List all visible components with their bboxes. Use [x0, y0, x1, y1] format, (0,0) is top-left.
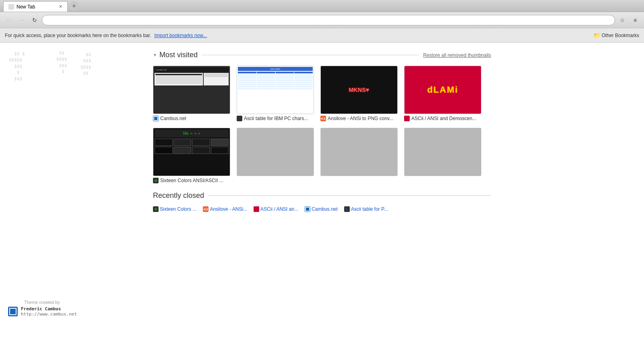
thumb-label-ascii2: ASCii / ANSI and Demoscen...: [404, 116, 481, 121]
tab-strip: New Tab ✕ +: [3, 0, 79, 12]
recent-link-ascii-table[interactable]: 👁 Ascii table for P...: [344, 206, 388, 212]
ansilove-preview: MKNS♥: [321, 66, 397, 114]
thumbnail-item-empty-2[interactable]: [320, 128, 398, 183]
c-line: [155, 77, 202, 78]
ascii-table: [238, 72, 313, 89]
ascii2-art: dLAMi: [427, 85, 458, 95]
tab-close-button[interactable]: ✕: [59, 4, 62, 9]
favicon-recent-ansilove: K3: [203, 206, 208, 212]
recent-link-16colors[interactable]: 16 Sixteen Colors ...: [153, 206, 196, 212]
cambus-preview: Cambus.net: [153, 66, 230, 114]
cambus-body: [155, 73, 229, 85]
attribution-text: Frederic Cambus http://www.cambus.net: [21, 306, 77, 317]
favicon-ansilove: K3: [320, 116, 326, 121]
recent-link-label-cambus: Cambus.net: [312, 206, 338, 212]
thumb-title-ansilove: Ansilove - ANSi to PNG conv...: [328, 116, 393, 121]
other-bookmarks-label: Other Bookmarks: [602, 33, 639, 38]
cs-line: [204, 74, 228, 75]
theme-created-text: Theme created by: [24, 300, 60, 305]
favicon-recent-cambus: [305, 206, 310, 212]
author-url: http://www.cambus.net: [21, 311, 77, 317]
active-tab[interactable]: New Tab ✕: [3, 1, 68, 12]
c-line: [155, 80, 202, 81]
navigation-bar: ← → ↻ ☆ ≡: [0, 12, 644, 28]
thumbnail-grid-row2: 16s ≈ ≈ ≈: [153, 128, 491, 183]
ansi-art: MKNS♥: [349, 87, 369, 93]
bookmarks-message: For quick access, place your bookmarks h…: [5, 33, 151, 38]
ascii2-preview: dLAMi: [405, 66, 481, 114]
c-title: [155, 74, 202, 75]
tab-favicon: [8, 4, 14, 10]
thumbnail-item-ascii2[interactable]: dLAMi ASCii / ANSI and Demoscen...: [404, 66, 481, 121]
thumb-title-cambus: Cambus.net: [160, 116, 186, 121]
recent-link-ansilove[interactable]: K3 Ansilove - ANSi...: [203, 206, 247, 212]
new-tab-button[interactable]: +: [69, 1, 79, 11]
content-area: $$ $$$$$$ $$$ $ $$$ $$$$$$ $$$ $ $$ $$$$…: [0, 43, 644, 325]
thumbnail-image-ascii2: dLAMi: [404, 66, 481, 114]
recent-link-label-ansilove: Ansilove - ANSi...: [210, 206, 247, 212]
author-info: Frederic Cambus http://www.cambus.net: [8, 306, 77, 317]
menu-button[interactable]: ≡: [630, 15, 641, 26]
most-visited-section: ▼ Most visited Restore all removed thumb…: [145, 51, 499, 212]
16colors-title: 16s ≈ ≈ ≈: [183, 132, 200, 135]
section-divider: [202, 55, 419, 55]
cambus-sidebar: [204, 73, 229, 85]
recent-link-cambus[interactable]: Cambus.net: [305, 206, 338, 212]
forward-button[interactable]: →: [16, 15, 27, 26]
collapse-arrow[interactable]: ▼: [153, 53, 157, 57]
cs-line: [204, 76, 228, 77]
browser-titlebar: New Tab ✕ +: [0, 0, 644, 12]
thumbnail-item-empty-1[interactable]: [237, 128, 314, 183]
bookmarks-bar: For quick access, place your bookmarks h…: [0, 28, 644, 43]
section-title-wrap: ▼ Most visited: [153, 51, 198, 59]
thumbnail-item-ansilove[interactable]: MKNS♥ K3 Ansilove - ANSi to PNG conv...: [320, 66, 398, 121]
recent-links-list: 16 Sixteen Colors ... K3 Ansilove - ANSi…: [153, 206, 491, 212]
attribution: Theme created by Frederic Cambus http://…: [8, 300, 77, 317]
most-visited-header: ▼ Most visited Restore all removed thumb…: [153, 51, 491, 59]
recent-link-label-ascii2: ASCii / ANSI an...: [260, 206, 298, 212]
ascii-header: ascii codes: [238, 67, 313, 71]
16colors-grid: [155, 139, 229, 154]
thumbnail-item-16colors[interactable]: 16s ≈ ≈ ≈: [153, 128, 230, 183]
most-visited-title: Most visited: [159, 51, 198, 59]
thumbnail-item-empty-3[interactable]: [404, 128, 481, 183]
recent-link-ascii2[interactable]: ASCii / ANSI an...: [254, 206, 298, 212]
thumb-title-16colors: Sixteen Colors ANSI/ASCII ...: [160, 178, 223, 183]
restore-thumbnails-link[interactable]: Restore all removed thumbnails: [423, 52, 491, 58]
cambus-main: [155, 73, 203, 85]
author-name: Frederic Cambus: [21, 306, 77, 311]
deco-dollars-1: $$ $$$$$$ $$$ $ $$$: [9, 51, 27, 82]
back-button[interactable]: ←: [3, 15, 14, 26]
thumb-label-cambus: Cambus.net: [153, 116, 230, 121]
cambus-header: Cambus.net: [155, 67, 229, 72]
import-bookmarks-link[interactable]: Import bookmarks now...: [155, 33, 207, 38]
favicon-ascii: 👁: [237, 116, 242, 121]
reload-button[interactable]: ↻: [29, 15, 40, 26]
star-button[interactable]: ☆: [617, 15, 628, 26]
nav-right-buttons: ☆ ≡: [617, 15, 641, 26]
c-line: [155, 83, 202, 84]
thumb-label-ascii: 👁 Ascii table for IBM PC chars...: [237, 116, 314, 121]
ascii-preview: ascii codes: [237, 66, 314, 114]
c-line: [155, 81, 202, 82]
thumbnail-image-empty-3: [404, 128, 481, 176]
other-bookmarks-folder[interactable]: 📁 Other Bookmarks: [593, 32, 639, 39]
thumb-label-ansilove: K3 Ansilove - ANSi to PNG conv...: [320, 116, 398, 121]
address-bar[interactable]: [42, 15, 615, 25]
recently-closed-divider: [208, 195, 491, 196]
thumbnail-image-16colors: 16s ≈ ≈ ≈: [153, 128, 230, 176]
thumbnail-image-ansilove: MKNS♥: [320, 66, 398, 114]
recently-closed-title: Recently closed: [153, 191, 204, 200]
favicon-recent-ascii2: [254, 206, 259, 212]
thumb-title-ascii: Ascii table for IBM PC chars...: [244, 116, 308, 121]
folder-icon: 📁: [593, 32, 600, 39]
recently-closed-section: Recently closed 16 Sixteen Colors ... K3…: [153, 191, 491, 212]
c-line: [155, 82, 202, 83]
thumbnail-item-cambus[interactable]: Cambus.net: [153, 66, 230, 121]
favicon-ascii2: [404, 116, 410, 121]
16colors-preview: 16s ≈ ≈ ≈: [153, 128, 230, 176]
c-line: [155, 76, 202, 77]
thumbnail-item-ascii[interactable]: ascii codes: [237, 66, 314, 121]
deco-dollars-3: $$ $$$$$$$ $$: [80, 52, 91, 77]
tab-title: New Tab: [17, 4, 35, 10]
